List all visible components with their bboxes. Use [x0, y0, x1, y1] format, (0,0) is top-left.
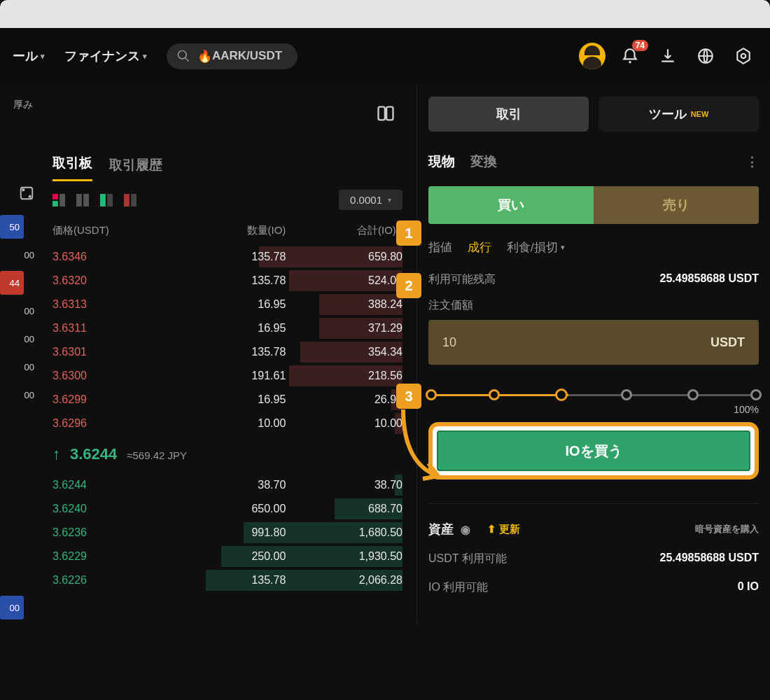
svg-rect-7 [379, 107, 385, 120]
caret-down-icon: ▾ [388, 196, 391, 204]
arrow-up-icon: ⬆ [487, 523, 496, 536]
svg-rect-12 [76, 194, 82, 206]
orderbook-panel: 取引板 取引履歴 0.0001▾ 価格(USDT) 数量(IO) 合計(IO) … [38, 84, 416, 624]
svg-rect-14 [100, 194, 106, 206]
mid-price-value: 3.6244 [70, 445, 117, 463]
mode-spot[interactable]: 現物 [428, 153, 455, 171]
mid-price: ↑3.6244 ≈569.42 JPY [38, 435, 416, 473]
orderbook-view-both-icon[interactable] [52, 194, 65, 206]
caret-down-icon: ▾ [41, 52, 45, 61]
svg-point-2 [629, 61, 631, 63]
expand-icon[interactable] [19, 186, 34, 201]
tab-trade-history[interactable]: 取引履歴 [109, 156, 162, 181]
nav-label: ファイナンス [64, 48, 140, 64]
notifications-badge: 74 [632, 40, 648, 51]
avatar[interactable] [578, 42, 606, 70]
svg-marker-4 [737, 48, 749, 64]
amount-slider[interactable]: 100% [428, 384, 759, 407]
orderbook-bid-row[interactable]: 3.624438.7038.70 [38, 473, 416, 497]
orderbook-ask-row[interactable]: 3.629916.9526.95 [38, 388, 416, 412]
orderbook-ask-row[interactable]: 3.631116.95371.29 [38, 316, 416, 340]
gutter-label: 厚み [0, 94, 38, 115]
fire-icon: 🔥 [197, 49, 212, 64]
svg-point-0 [178, 51, 187, 59]
orderbook-bid-row[interactable]: 3.6229250.001,930.50 [38, 545, 416, 568]
col-amount: 数量(IO) [169, 224, 286, 237]
buy-submit-button[interactable]: IOを買う [437, 430, 750, 471]
search-icon [176, 49, 190, 63]
search-text: AARK/USDT [212, 49, 282, 63]
asset-row: USDT 利用可能25.49858688 USDT [428, 552, 759, 566]
gutter-pill: 00 [0, 299, 38, 323]
trade-panel: 取引 ツールNEW 現物 変換 ⋮ 買い 売り 指値 成行 利食/損切 ▾ 利用… [416, 84, 770, 624]
amount-input[interactable]: 10 USDT [428, 320, 759, 365]
tab-trade[interactable]: 取引 [428, 97, 589, 132]
step-badge-2: 2 [396, 273, 421, 298]
left-gutter: 厚み 5000440000000000 [0, 84, 38, 624]
mode-convert[interactable]: 変換 [470, 153, 497, 171]
svg-rect-9 [52, 194, 58, 200]
gutter-pill: 44 [0, 271, 24, 295]
layout-icon[interactable] [376, 104, 396, 123]
svg-rect-15 [107, 194, 113, 206]
tab-tools[interactable]: ツールNEW [598, 97, 759, 132]
side-sell-button[interactable]: 売り [594, 186, 759, 224]
orderbook-view-asks-icon[interactable] [124, 194, 136, 206]
nav-item-0[interactable]: ール▾ [13, 48, 45, 64]
nav-item-1[interactable]: ファイナンス▾ [64, 48, 147, 64]
amount-label: 注文価額 [428, 298, 759, 313]
more-icon[interactable]: ⋮ [746, 154, 759, 170]
buy-crypto-link[interactable]: 暗号資産を購入 [695, 524, 759, 535]
mid-price-fiat: ≈569.42 JPY [127, 449, 187, 461]
svg-line-1 [186, 58, 189, 62]
ordertype-stop[interactable]: 利食/損切 ▾ [507, 239, 565, 255]
balance-label: 利用可能残高 [428, 272, 496, 287]
gutter-pill: 00 [0, 243, 38, 267]
tab-orderbook[interactable]: 取引板 [52, 154, 92, 181]
svg-rect-16 [124, 194, 130, 206]
orderbook-ask-row[interactable]: 3.629610.0010.00 [38, 412, 416, 435]
caret-down-icon: ▾ [143, 52, 147, 61]
notifications-icon[interactable]: 74 [616, 42, 644, 70]
orderbook-header: 価格(USDT) 数量(IO) 合計(IO) ▾ [38, 216, 416, 245]
arrow-up-icon: ↑ [52, 445, 60, 463]
step-badge-3: 3 [396, 384, 421, 409]
amount-value: 10 [442, 335, 456, 350]
orderbook-ask-row[interactable]: 3.6346135.78659.80 [38, 245, 416, 269]
svg-rect-8 [386, 107, 393, 120]
col-price: 価格(USDT) [52, 224, 169, 237]
gutter-pill: 00 [0, 355, 38, 379]
guide-arrow-icon [396, 406, 452, 490]
orderbook-ask-row[interactable]: 3.6320135.78524.02 [38, 269, 416, 293]
globe-icon[interactable] [692, 42, 720, 70]
assets-update[interactable]: ⬆更新 [487, 523, 520, 536]
amount-unit: USDT [710, 335, 745, 350]
orderbook-bid-row[interactable]: 3.6236991.801,680.50 [38, 521, 416, 545]
nav-label: ール [13, 48, 38, 64]
orderbook-ask-row[interactable]: 3.631316.95388.24 [38, 293, 416, 316]
cta-highlight: IOを買う [428, 422, 759, 479]
precision-select[interactable]: 0.0001▾ [339, 190, 402, 210]
ordertype-market[interactable]: 成行 [468, 239, 491, 255]
svg-rect-10 [52, 201, 58, 206]
precision-value: 0.0001 [350, 194, 382, 206]
orderbook-ask-row[interactable]: 3.6301135.78354.34 [38, 340, 416, 364]
assets-title: 資産 [428, 521, 454, 538]
col-total[interactable]: 合計(IO) ▾ [286, 224, 402, 237]
download-icon[interactable] [654, 42, 682, 70]
search-pill[interactable]: 🔥AARK/USDT [167, 43, 298, 69]
orderbook-view-bids-icon[interactable] [100, 194, 113, 206]
svg-rect-17 [131, 194, 136, 206]
orderbook-bid-row[interactable]: 3.6226135.782,066.28 [38, 568, 416, 592]
side-buy-button[interactable]: 買い [428, 186, 594, 224]
orderbook-view-buy-icon[interactable] [76, 194, 89, 206]
tab-tools-label: ツール [649, 106, 687, 122]
orderbook-ask-row[interactable]: 3.6300191.61218.56 [38, 364, 416, 388]
eye-icon[interactable]: ◉ [461, 523, 470, 536]
ordertype-limit[interactable]: 指値 [428, 239, 452, 255]
orderbook-bid-row[interactable]: 3.6240650.00688.70 [38, 497, 416, 521]
settings-icon[interactable] [729, 42, 757, 70]
svg-point-5 [741, 54, 746, 59]
gutter-pill: 50 [0, 215, 24, 239]
gutter-pill: 00 [0, 383, 38, 407]
